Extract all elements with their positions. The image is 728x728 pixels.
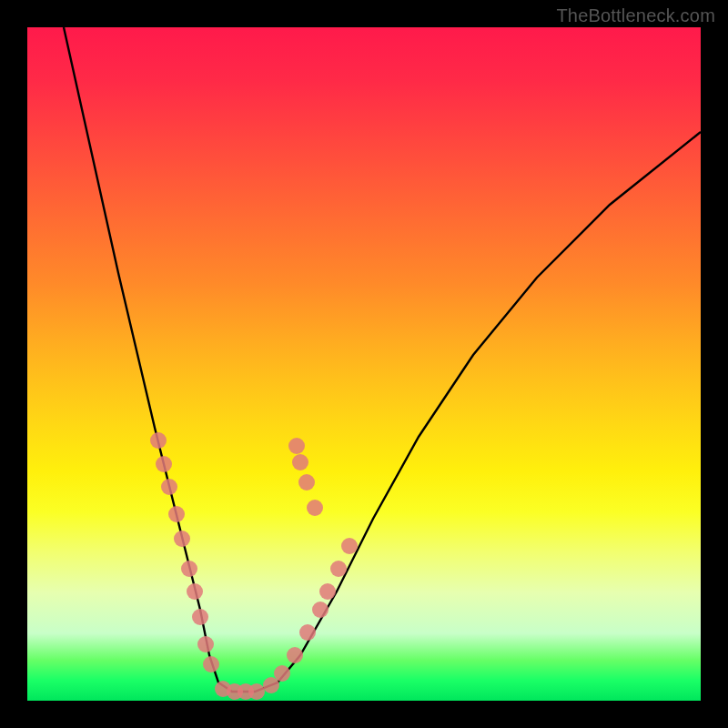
marker-dot (192, 609, 208, 625)
marker-dot (150, 432, 167, 449)
marker-dot (319, 583, 336, 600)
marker-dot (312, 602, 329, 618)
marker-dot (288, 438, 305, 454)
marker-dot (248, 683, 265, 700)
marker-dot (292, 454, 308, 470)
marker-dot (298, 474, 315, 490)
marker-dot (341, 538, 358, 554)
marker-dot (203, 656, 219, 672)
marker-dot (274, 665, 290, 682)
curve-path (64, 27, 701, 692)
marker-dot (187, 583, 203, 600)
marker-dot (161, 479, 177, 495)
marker-dot (307, 500, 323, 516)
highlighted-points (150, 432, 358, 700)
marker-dot (168, 506, 185, 522)
marker-dot (287, 647, 303, 663)
marker-dot (181, 561, 197, 577)
marker-dot (330, 561, 347, 577)
marker-dot (156, 456, 172, 472)
marker-dot (197, 636, 214, 652)
watermark-text: TheBottleneck.com (556, 5, 715, 26)
curve-svg (27, 27, 701, 701)
marker-dot (174, 531, 190, 547)
outer-frame: TheBottleneck.com (0, 0, 728, 728)
marker-dot (299, 624, 316, 641)
bottleneck-curve (64, 27, 701, 692)
plot-area (27, 27, 701, 701)
